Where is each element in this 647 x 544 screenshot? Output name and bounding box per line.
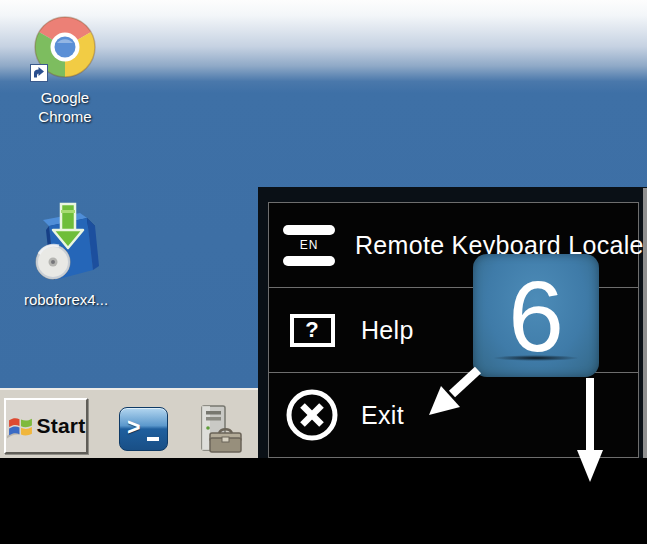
desktop-icon-label: roboforex4... — [14, 290, 118, 309]
locale-code: EN — [283, 235, 335, 256]
exit-icon — [285, 388, 339, 442]
start-button-label: Start — [37, 414, 86, 438]
shortcut-arrow-badge — [31, 65, 48, 82]
step-number-badge: 6 — [473, 254, 599, 377]
desktop-icon-roboforex[interactable]: roboforex4... — [14, 200, 118, 309]
powershell-cursor-bar — [147, 437, 159, 441]
powershell-taskbar-icon[interactable]: > — [119, 407, 168, 451]
menu-scrollbar[interactable] — [643, 188, 647, 458]
remote-control-toolbar — [0, 458, 647, 544]
help-question-mark: ? — [305, 319, 318, 341]
windows-flag-icon — [7, 413, 34, 440]
chrome-logo-icon — [30, 14, 100, 84]
help-icon: ? — [290, 314, 335, 347]
menu-item-exit[interactable]: Exit — [269, 373, 638, 457]
server-manager-icon — [193, 404, 245, 456]
menu-item-label: Exit — [361, 401, 404, 430]
start-button[interactable]: Start — [4, 398, 88, 454]
remote-desktop-screen: Google Chrome roboforex4... — [0, 0, 647, 544]
desktop-icon-google-chrome[interactable]: Google Chrome — [20, 14, 110, 126]
installer-box-icon — [25, 200, 107, 286]
server-manager-taskbar-icon[interactable] — [193, 404, 245, 456]
badge-inner-shadow — [493, 355, 579, 361]
step-number: 6 — [508, 266, 564, 366]
keyboard-locale-icon: EN — [283, 225, 335, 266]
powershell-glyph: > — [127, 414, 140, 441]
menu-item-label: Help — [361, 316, 414, 345]
desktop-icon-label: Google Chrome — [20, 88, 110, 126]
